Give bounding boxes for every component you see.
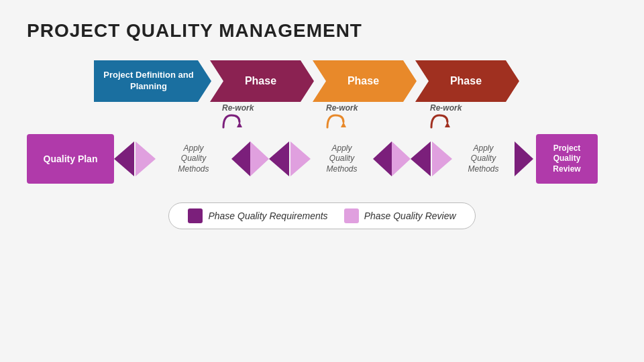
apply-methods-label-3: ApplyQualityMethods	[452, 143, 515, 175]
page-title: PROJECT QUALITY MANAGEMENT	[27, 20, 617, 42]
rework-2: Re-work	[315, 103, 419, 130]
legend-color-review	[344, 208, 359, 223]
svg-marker-1	[341, 122, 346, 127]
apply-methods-label-2: ApplyQualityMethods	[311, 143, 373, 175]
legend-label-review: Phase Quality Review	[364, 210, 456, 221]
legend-label-requirements: Phase Quality Requirements	[208, 210, 327, 221]
rework-label-3: Re-work	[430, 103, 462, 113]
project-quality-review-box: Project Quality Review	[536, 134, 598, 184]
legend-item-requirements: Phase Quality Requirements	[188, 208, 327, 223]
rework-label-1: Re-work	[222, 103, 254, 113]
chevron-phase-3: Phase	[415, 60, 519, 102]
legend-color-requirements	[188, 208, 203, 223]
legend-item-review: Phase Quality Review	[344, 208, 456, 223]
apply-section-1: ApplyQualityMethods	[114, 141, 231, 176]
divider-2	[373, 141, 411, 176]
rework-3: Re-work	[419, 103, 523, 130]
apply-section-3: ApplyQualityMethods	[411, 141, 515, 176]
svg-marker-2	[445, 122, 450, 127]
rework-arrow-icon-1	[218, 113, 242, 130]
chevron-project-definition: Project Definition and Planning	[94, 60, 211, 102]
quality-plan-box: Quality Plan	[27, 134, 114, 184]
chevron-phase-1: Phase	[210, 60, 314, 102]
svg-marker-0	[237, 122, 242, 127]
slide: PROJECT QUALITY MANAGEMENT Project Defin…	[0, 0, 644, 362]
legend: Phase Quality Requirements Phase Quality…	[168, 202, 475, 229]
rework-1: Re-work	[211, 103, 315, 130]
rework-arrow-icon-3	[426, 113, 450, 130]
apply-methods-label-1: ApplyQualityMethods	[156, 143, 231, 175]
divider-1	[231, 141, 269, 176]
apply-section-2: ApplyQualityMethods	[269, 141, 373, 176]
chevron-phase-2: Phase	[313, 60, 417, 102]
final-arrow	[515, 141, 533, 176]
rework-arrow-icon-2	[322, 113, 346, 130]
rework-label-2: Re-work	[326, 103, 358, 113]
